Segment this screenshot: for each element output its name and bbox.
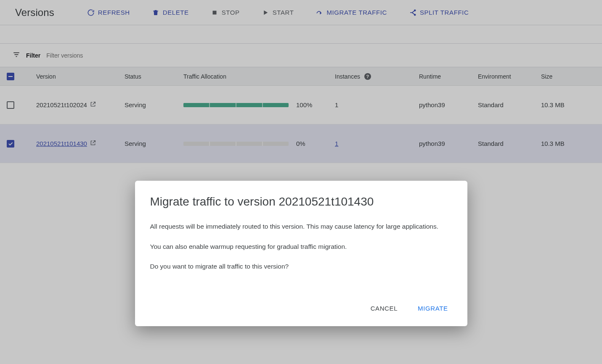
migrate-confirm-button[interactable]: Migrate (414, 301, 452, 315)
migrate-label: Migrate Traffic (326, 9, 387, 16)
svg-rect-0 (212, 11, 216, 14)
dialog-paragraph: All requests will be immediately routed … (150, 221, 452, 232)
instances-value[interactable]: 1 (335, 140, 338, 147)
size-cell: 10.3 MB (541, 101, 587, 108)
migrate-icon (316, 9, 323, 16)
traffic-bar (183, 103, 289, 107)
filter-label: Filter (26, 52, 40, 59)
size-cell: 10.3 MB (541, 140, 587, 147)
traffic-bar (183, 142, 289, 146)
refresh-icon (87, 9, 95, 16)
stop-button[interactable]: Stop (205, 5, 246, 20)
refresh-button[interactable]: Refresh (81, 5, 136, 20)
page-title: Versions (15, 7, 54, 18)
col-status[interactable]: Status (125, 73, 183, 80)
status-cell: Serving (125, 140, 183, 147)
dialog-paragraph: You can also enable warmup requesting fo… (150, 241, 452, 252)
stop-label: Stop (222, 9, 240, 16)
runtime-cell: python39 (419, 140, 478, 147)
secondary-bar (0, 25, 602, 44)
play-icon (262, 9, 269, 16)
stop-icon (211, 9, 218, 16)
start-button[interactable]: Start (256, 5, 300, 20)
delete-button[interactable]: Delete (146, 5, 195, 20)
select-all-checkbox[interactable] (7, 73, 14, 80)
delete-label: Delete (163, 9, 189, 16)
table-header-row: Version Status Traffic Allocation Instan… (0, 67, 602, 86)
col-runtime[interactable]: Runtime (419, 73, 478, 80)
versions-table: Version Status Traffic Allocation Instan… (0, 67, 602, 163)
trash-icon (152, 9, 159, 16)
toolbar: Versions Refresh Delete Stop Start Migra… (0, 0, 602, 25)
row-checkbox[interactable] (7, 101, 14, 109)
instances-value: 1 (335, 101, 338, 108)
svg-point-2 (414, 14, 416, 15)
external-link-icon[interactable] (90, 101, 96, 109)
table-row[interactable]: 20210521t101430Serving0%1python39Standar… (0, 124, 602, 163)
col-version[interactable]: Version (36, 73, 125, 80)
col-traffic[interactable]: Traffic Allocation (183, 73, 335, 80)
split-icon (409, 9, 416, 16)
environment-cell: Standard (478, 140, 541, 147)
split-label: Split Traffic (420, 9, 469, 16)
traffic-percent: 100% (296, 101, 312, 108)
col-size[interactable]: Size (541, 73, 587, 80)
status-cell: Serving (125, 101, 183, 108)
table-row[interactable]: 20210521t102024Serving100%1python39Stand… (0, 86, 602, 124)
environment-cell: Standard (478, 101, 541, 108)
row-checkbox[interactable] (7, 140, 14, 148)
filter-icon (13, 51, 20, 60)
version-link[interactable]: 20210521t101430 (36, 140, 87, 147)
filter-input[interactable] (46, 52, 172, 59)
runtime-cell: python39 (419, 101, 478, 108)
migrate-traffic-button[interactable]: Migrate Traffic (310, 5, 392, 20)
help-icon[interactable]: ? (364, 73, 371, 80)
version-link[interactable]: 20210521t102024 (36, 101, 87, 108)
col-environment[interactable]: Environment (478, 73, 541, 80)
cancel-button[interactable]: Cancel (366, 301, 402, 315)
external-link-icon[interactable] (90, 140, 96, 148)
traffic-percent: 0% (296, 140, 305, 147)
col-instances[interactable]: Instances ? (335, 73, 419, 80)
dialog-paragraph: Do you want to migrate all traffic to th… (150, 261, 452, 272)
refresh-label: Refresh (98, 9, 130, 16)
dialog-title: Migrate traffic to version 20210521t1014… (150, 195, 452, 208)
svg-point-1 (414, 10, 416, 11)
split-traffic-button[interactable]: Split Traffic (403, 5, 475, 20)
start-label: Start (273, 9, 294, 16)
migrate-traffic-dialog: Migrate traffic to version 20210521t1014… (135, 181, 467, 326)
filter-bar: Filter (0, 44, 602, 67)
